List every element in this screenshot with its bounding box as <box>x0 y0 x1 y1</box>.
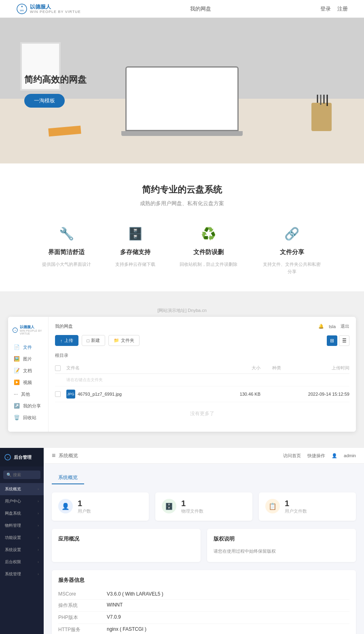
fm-sidebar-item-5[interactable]: ↗️我的分享 <box>8 400 48 412</box>
server-info-key-3: HTTP服务 <box>58 626 107 633</box>
server-info-row-1: 操作系统 WINNT <box>58 600 349 612</box>
fm-sidebar-item-2[interactable]: 📝文档 <box>8 365 48 377</box>
stat-info-2: 1 用户文件数 <box>285 499 307 514</box>
fm-bell-icon[interactable]: 🔔 <box>318 324 324 329</box>
fm-select-all-button[interactable]: 📁 文件夹 <box>108 335 140 346</box>
app-info-title: 应用概况 <box>58 535 194 543</box>
fm-sidebar-item-3[interactable]: ▶️视频 <box>8 377 48 388</box>
admin-nav-item-2[interactable]: 网盘系统› <box>0 507 44 519</box>
fm-select-all-checkbox[interactable] <box>55 365 61 371</box>
stat-label-2: 用户文件数 <box>285 508 307 514</box>
login-button[interactable]: 登录 <box>320 5 331 13</box>
server-info-val-2: V7.0.9 <box>107 614 349 621</box>
features-section: 简约专业的云盘系统 成熟的多用户网盘、私有化云盘方案 🔧 界面简洁舒适 提供国小… <box>0 163 364 291</box>
fm-topbar: 我的网盘 🔔 tsla 退出 <box>55 323 349 329</box>
fm-file-size: 130.46 KB <box>220 392 260 397</box>
fm-grid-view-button[interactable]: ⊞ <box>327 335 337 346</box>
admin-sidebar-header: ✦ 后台管理 <box>0 448 44 466</box>
admin-search-input[interactable] <box>13 473 41 477</box>
feature-item-3: 🔗 文件分享 支持文件、文件夹公共和私密分享 <box>262 223 322 275</box>
folder-icon: 📁 <box>114 338 119 343</box>
admin-current-tab: 系统概览 <box>59 452 78 459</box>
fm-topbar-left: 我的网盘 <box>55 323 73 329</box>
fm-col-check-header <box>55 365 66 371</box>
admin-nav-item-5[interactable]: 系统设置› <box>0 544 44 556</box>
admin-menu-icon[interactable]: ≡ <box>52 452 55 459</box>
nav-auth-buttons: 登录 注册 <box>320 5 348 13</box>
feature-item-1: 🗄️ 多存储支持 支持多种云存储下载 <box>115 223 155 275</box>
register-button[interactable]: 注册 <box>337 5 348 13</box>
fm-sidebar: ✦ 以德服人 WIN PEOPLE BY VIRTUE 📄文件🖼️图片📝文档▶️… <box>8 317 49 432</box>
fm-table-header: 文件名 大小 种类 上传时间 <box>55 363 349 374</box>
admin-nav-label-6: 后台权限 <box>5 559 21 565</box>
nav-my-disk[interactable]: 我的网盘 <box>190 5 211 13</box>
server-info-table: MSCore V3.6.0 ( With LARAVEL5 ) 操作系统 WIN… <box>58 589 349 634</box>
feature-icon-2: ♻️ <box>198 223 218 244</box>
tab-system-overview[interactable]: 系统概览 <box>52 472 84 484</box>
admin-search-box[interactable]: 🔍 <box>3 471 40 479</box>
admin-nav-item-3[interactable]: 物料管理› <box>0 519 44 532</box>
admin-nav-chevron-1: › <box>38 499 39 503</box>
admin-nav-item-4[interactable]: 功能设置› <box>0 532 44 544</box>
stat-card-1: 🗄️ 1 物理文件数 <box>155 492 252 521</box>
feature-icon-3: 🔗 <box>282 223 302 244</box>
fm-new-button[interactable]: □ 新建 <box>82 335 106 346</box>
svg-text:✦: ✦ <box>15 329 16 331</box>
admin-visit-site-link[interactable]: 访问首页 <box>283 453 301 459</box>
admin-sidebar: ✦ 后台管理 🔍 系统概览›用户中心›网盘系统›物料管理›功能设置›系统设置›后… <box>0 448 44 634</box>
fm-sidebar-nav: 📄文件🖼️图片📝文档▶️视频···其他↗️我的分享🗑️回收站 <box>8 341 48 424</box>
stats-row: 👤 1 用户数 🗄️ 1 物理文件数 📋 1 用户文件数 <box>52 492 356 521</box>
fm-nav-label-2: 文档 <box>23 368 32 374</box>
admin-nav-item-0[interactable]: 系统概览› <box>0 483 44 495</box>
server-info-row-0: MSCore V3.6.0 ( With LARAVEL5 ) <box>58 589 349 600</box>
fm-logout-button[interactable]: 退出 <box>341 323 349 329</box>
fm-sidebar-item-6[interactable]: 🗑️回收站 <box>8 412 48 424</box>
admin-nav-item-7[interactable]: 系统管理› <box>0 568 44 580</box>
admin-nav-item-6[interactable]: 后台权限› <box>0 556 44 568</box>
table-row: JPG 46793_p1z7_6991.jpg 130.46 KB 2022-0… <box>55 386 349 402</box>
admin-quick-ops-link[interactable]: 快捷操作 <box>307 453 325 459</box>
fm-file-name: JPG 46793_p1z7_6991.jpg <box>66 390 220 399</box>
new-icon: □ <box>87 338 90 343</box>
fm-list-view-button[interactable]: ☰ <box>339 335 349 346</box>
stat-number-2: 1 <box>285 499 307 508</box>
upload-icon: ↑ <box>60 338 63 343</box>
feature-desc-0: 提供国小大气的界面设计 <box>42 261 91 268</box>
fm-sidebar-item-4[interactable]: ···其他 <box>8 388 48 400</box>
server-info-row-2: PHP版本 V7.0.9 <box>58 612 349 624</box>
fm-file-checkbox[interactable] <box>55 391 66 397</box>
stat-icon-2: 📋 <box>265 499 280 513</box>
fm-nav-link[interactable]: 我的网盘 <box>55 323 73 329</box>
fm-upload-button[interactable]: ↑ 上传 <box>55 335 78 346</box>
feature-name-3: 文件分享 <box>280 248 304 256</box>
copyright-title: 版权说明 <box>214 535 349 543</box>
fm-file-icon: JPG <box>66 390 75 399</box>
fm-nav-label-5: 我的分享 <box>23 403 41 409</box>
hero-pencil-cup <box>311 103 332 131</box>
fm-file-date: 2022-09-14 15:12:59 <box>293 392 349 397</box>
fm-col-date-header: 上传时间 <box>293 365 349 371</box>
feature-name-1: 多存储支持 <box>120 248 150 256</box>
hero-title: 简约高效的网盘 <box>24 74 87 86</box>
fm-nav-label-0: 文件 <box>23 344 32 350</box>
admin-nav-label-7: 系统管理 <box>5 571 21 577</box>
admin-nav-chevron-0: › <box>38 487 39 491</box>
admin-nav-label-3: 物料管理 <box>5 523 21 528</box>
features-subtitle: 成熟的多用户网盘、私有化云盘方案 <box>16 200 348 207</box>
admin-nav-chevron-5: › <box>38 548 39 552</box>
fm-sidebar-item-1[interactable]: 🖼️图片 <box>8 353 48 365</box>
admin-nav-item-1[interactable]: 用户中心› <box>0 495 44 507</box>
fm-nav-icon-0: 📄 <box>14 344 20 350</box>
admin-nav-chevron-3: › <box>38 524 39 528</box>
fm-nav-icon-5: ↗️ <box>14 403 20 409</box>
fm-logo-brand: 以德服人 <box>20 325 44 329</box>
fm-col-name-header: 文件名 <box>66 365 220 371</box>
fm-file-name-text: 46793_p1z7_6991.jpg <box>78 392 122 397</box>
fm-sidebar-item-0[interactable]: 📄文件 <box>8 341 48 353</box>
fm-container: ✦ 以德服人 WIN PEOPLE BY VIRTUE 📄文件🖼️图片📝文档▶️… <box>8 317 356 432</box>
admin-sidebar-title: 后台管理 <box>14 454 32 460</box>
stat-icon-1: 🗄️ <box>162 499 176 513</box>
hero-cta-button[interactable]: 一淘模板 <box>24 94 65 108</box>
logo-icon: ✦ WIN <box>16 3 28 15</box>
feature-desc-3: 支持文件、文件夹公共和私密分享 <box>262 261 322 275</box>
